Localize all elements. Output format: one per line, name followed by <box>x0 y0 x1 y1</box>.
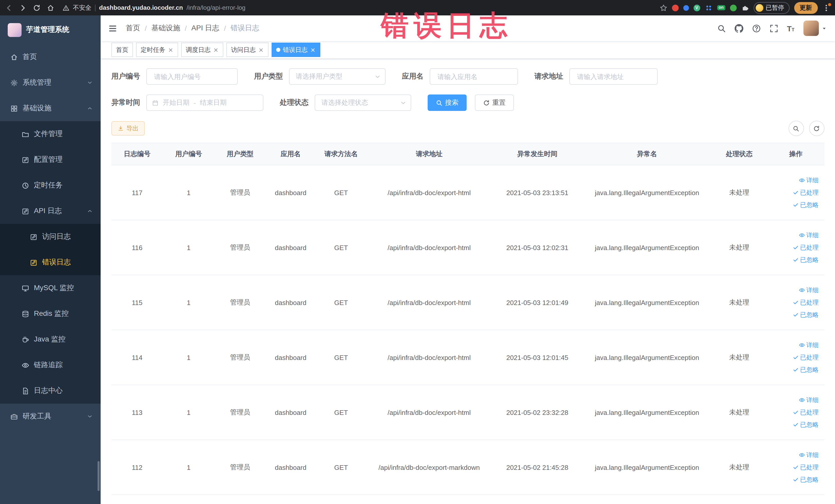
ignored-link[interactable]: 已忽略 <box>792 256 819 264</box>
cell-exception-name: java.lang.IllegalArgumentException <box>583 275 711 330</box>
tab-dispatch-log[interactable]: 调度日志 <box>181 43 223 57</box>
processed-link[interactable]: 已处理 <box>792 463 819 472</box>
help-icon[interactable] <box>752 24 761 33</box>
eye-icon <box>22 361 29 369</box>
search-button[interactable]: 搜索 <box>428 95 467 111</box>
close-icon[interactable] <box>258 47 264 53</box>
vue-devtools-icon[interactable]: V <box>693 4 700 11</box>
detail-link[interactable]: 详细 <box>798 396 819 404</box>
extension-icon-red[interactable] <box>672 4 678 11</box>
detail-link[interactable]: 详细 <box>798 176 819 185</box>
sidebar-item-api-log[interactable]: API 日志 <box>0 198 101 224</box>
close-icon[interactable] <box>168 47 174 53</box>
browser-menu-icon[interactable] <box>822 4 830 12</box>
extension-on-badge[interactable]: on <box>717 5 725 10</box>
breadcrumb-home[interactable]: 首页 <box>126 24 140 33</box>
toggle-search-button[interactable] <box>788 121 804 136</box>
extension-grid-dots-icon[interactable] <box>705 4 712 12</box>
sidebar-item-link-tracing[interactable]: 链路追踪 <box>0 352 101 378</box>
sidebar-item-log-center[interactable]: 日志中心 <box>0 378 101 404</box>
fullscreen-icon[interactable] <box>770 24 778 33</box>
filter-label: 请求地址 <box>534 72 563 81</box>
sidebar-item-redis-monitor[interactable]: Redis 监控 <box>0 301 101 327</box>
sidebar-item-error-log[interactable]: 错误日志 <box>0 249 101 275</box>
home-icon <box>10 53 18 61</box>
process-status-select[interactable]: 请选择处理状态 <box>315 95 411 111</box>
processed-link[interactable]: 已处理 <box>792 298 819 307</box>
sidebar-item-dev-tools[interactable]: 研发工具 <box>0 404 101 429</box>
extension-icon-blue[interactable] <box>683 5 689 11</box>
link-label: 已处理 <box>800 298 819 307</box>
ignored-link[interactable]: 已忽略 <box>792 420 819 429</box>
cell-log-id: 116 <box>111 220 163 275</box>
detail-link[interactable]: 详细 <box>798 450 819 459</box>
breadcrumb-api-log[interactable]: API 日志 <box>191 24 220 33</box>
sidebar-logo[interactable]: 芋道管理系统 <box>0 15 101 44</box>
ignored-link[interactable]: 已忽略 <box>792 365 819 374</box>
processed-link[interactable]: 已处理 <box>792 243 819 252</box>
user-menu[interactable] <box>803 21 827 36</box>
sidebar-item-infrastructure[interactable]: 基础设施 <box>0 96 101 121</box>
sidebar-item-label: 访问日志 <box>42 232 71 241</box>
sidebar-item-java-monitor[interactable]: Java 监控 <box>0 327 101 352</box>
ignored-link[interactable]: 已忽略 <box>792 475 819 484</box>
clock-icon <box>22 182 29 189</box>
profile-sync-paused-chip[interactable]: 已暂停 <box>753 2 789 14</box>
app-name-input[interactable] <box>436 72 511 81</box>
tab-error-log[interactable]: 错误日志 <box>271 43 320 57</box>
ignored-link[interactable]: 已忽略 <box>792 310 819 319</box>
sidebar-item-mysql-monitor[interactable]: MySQL 监控 <box>0 275 101 301</box>
date-range-picker[interactable]: 开始日期 - 结束日期 <box>146 95 263 111</box>
sidebar-item-label: 日志中心 <box>34 386 63 396</box>
header-search-icon[interactable] <box>717 24 726 33</box>
user-type-select[interactable]: 请选择用户类型 <box>289 68 386 85</box>
refresh-button[interactable] <box>809 121 824 136</box>
browser-back-icon[interactable] <box>5 4 13 12</box>
detail-link[interactable]: 详细 <box>798 286 819 295</box>
profile-avatar <box>755 4 763 12</box>
close-icon[interactable] <box>213 47 219 53</box>
sidebar-item-config-management[interactable]: 配置管理 <box>0 147 101 173</box>
cell-request-url: /api/infra/db-doc/export-html <box>367 330 492 385</box>
table-row: 113 1 管理员 dashboard GET /api/infra/db-do… <box>111 385 824 440</box>
sidebar-item-access-log[interactable]: 访问日志 <box>0 224 101 249</box>
processed-link[interactable]: 已处理 <box>792 408 819 417</box>
cell-request-url: /api/infra/db-doc/export-html <box>367 220 492 275</box>
main-panel: 首页 / 基础设施 / API 日志 / 错误日志 TT <box>101 15 835 504</box>
user-id-input[interactable] <box>153 72 231 81</box>
sidebar-item-file-management[interactable]: 文件管理 <box>0 121 101 147</box>
ignored-link[interactable]: 已忽略 <box>792 201 819 209</box>
cell-app-name: dashboard <box>266 165 315 220</box>
filter-label: 用户编号 <box>111 72 140 81</box>
detail-link[interactable]: 详细 <box>798 341 819 349</box>
browser-reload-icon[interactable] <box>33 4 41 12</box>
hamburger-icon[interactable] <box>108 23 118 33</box>
request-url-input[interactable] <box>576 72 651 81</box>
browser-forward-icon[interactable] <box>19 4 27 12</box>
cell-exception-name: java.lang.IllegalArgumentException <box>583 385 711 440</box>
tab-access-log[interactable]: 访问日志 <box>226 43 268 57</box>
export-button[interactable]: 导出 <box>111 121 145 136</box>
tab-home[interactable]: 首页 <box>111 43 133 57</box>
address-bar[interactable]: 不安全 dashboard.yudao.iocoder.cn/infra/log… <box>63 3 245 12</box>
bookmark-star-icon[interactable] <box>659 4 667 12</box>
sidebar-item-scheduled-tasks[interactable]: 定时任务 <box>0 173 101 198</box>
close-icon[interactable] <box>310 47 316 53</box>
font-size-icon[interactable]: TT <box>787 24 794 32</box>
extension-icon-green[interactable] <box>730 4 736 11</box>
chrome-update-button[interactable]: 更新 <box>794 2 817 14</box>
sidebar-item-system-management[interactable]: 系统管理 <box>0 70 101 96</box>
tab-scheduled-tasks[interactable]: 定时任务 <box>136 43 178 57</box>
reset-button[interactable]: 重置 <box>475 95 514 111</box>
processed-link[interactable]: 已处理 <box>792 188 819 197</box>
sidebar-filler <box>0 445 101 504</box>
breadcrumb-infrastructure[interactable]: 基础设施 <box>151 24 180 33</box>
extensions-puzzle-icon[interactable] <box>741 4 749 12</box>
browser-home-icon[interactable] <box>47 4 55 12</box>
sidebar-item-home[interactable]: 首页 <box>0 44 101 70</box>
processed-link[interactable]: 已处理 <box>792 353 819 362</box>
sidebar-scrollbar[interactable] <box>98 461 100 491</box>
github-icon[interactable] <box>735 24 744 33</box>
breadcrumb-separator: / <box>224 24 226 32</box>
detail-link[interactable]: 详细 <box>798 231 819 240</box>
